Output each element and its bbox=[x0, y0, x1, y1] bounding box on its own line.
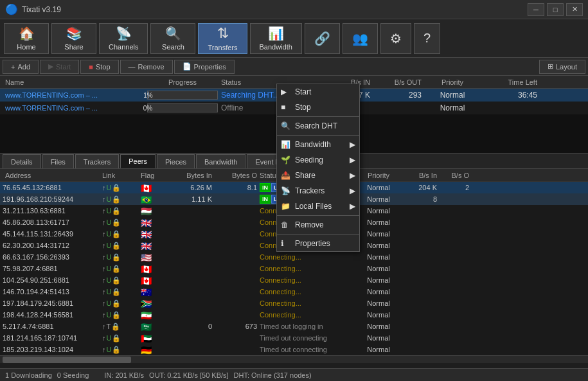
peer-bytesout: 673 bbox=[215, 323, 260, 330]
col-timeleft-header[interactable]: Time Left bbox=[478, 78, 542, 86]
peer-status: Timed out connecting bbox=[260, 334, 356, 342]
add-icon: + bbox=[11, 63, 15, 71]
peer-bytesout: 8.1 bbox=[215, 184, 260, 191]
bandwidth-label: Bandwidth bbox=[260, 43, 292, 51]
peer-col-bytesin[interactable]: Bytes In bbox=[170, 172, 215, 179]
ctx-seeding-label: Seeding bbox=[295, 155, 323, 164]
stop-icon: ■ bbox=[89, 63, 93, 71]
peer-row[interactable]: 5.217.4.74:6881 ↑T🔒 🇸🇦 0 673 Timed out l… bbox=[0, 321, 588, 332]
peer-priority: Normal bbox=[356, 184, 401, 191]
ctx-share-icon: 📤 bbox=[281, 171, 290, 180]
context-menu: ▶ Start ■ Stop 🔍 Search DHT 📊 Bandwidth … bbox=[276, 84, 360, 252]
hscroll-thumb[interactable] bbox=[3, 357, 131, 363]
peer-col-bsin[interactable]: B/s In bbox=[401, 172, 440, 179]
col-bsout-header[interactable]: B/s OUT bbox=[375, 78, 427, 86]
transfer-timeleft: 36:45 bbox=[478, 91, 542, 100]
properties-button[interactable]: 📄 Properties bbox=[174, 60, 235, 74]
actionbar: + Add ▶ Start ■ Stop — Remove 📄 Properti… bbox=[0, 58, 588, 76]
ctx-seeding[interactable]: 🌱 Seeding ▶ bbox=[277, 152, 359, 168]
layout-button[interactable]: ⊞ Layout bbox=[539, 60, 585, 74]
peer-row[interactable]: 66.63.167.156:26393 ↑U🔒 🇺🇸 Connecting...… bbox=[0, 251, 588, 263]
start-button[interactable]: ▶ Start bbox=[40, 60, 79, 74]
col-priority-header[interactable]: Priority bbox=[427, 78, 478, 86]
ctx-bandwidth[interactable]: 📊 Bandwidth ▶ bbox=[277, 137, 359, 152]
peer-status: Timed out logging in bbox=[260, 323, 356, 330]
peer-bytesin: 0 bbox=[170, 323, 215, 330]
peer-row[interactable]: 197.184.179.245:6881 ↑U🔒 🇿🇦 Connecting..… bbox=[0, 297, 588, 309]
peer-col-bytesout[interactable]: Bytes O bbox=[215, 172, 260, 179]
peer-status: Connecting... bbox=[260, 311, 356, 319]
tab-peers[interactable]: Peers bbox=[120, 154, 156, 168]
col-name-header[interactable]: Name bbox=[3, 78, 144, 86]
horizontal-scrollbar[interactable] bbox=[0, 355, 588, 363]
ctx-sep2 bbox=[277, 135, 359, 136]
ctx-properties-icon: ℹ bbox=[281, 239, 284, 248]
add-button[interactable]: + Add bbox=[3, 60, 39, 74]
statusbar: 1 Downloading 0 Seeding IN: 201 KB/s OUT… bbox=[0, 368, 588, 381]
ctx-remove[interactable]: 🗑 Remove bbox=[277, 217, 359, 233]
ctx-share-arrow: ▶ bbox=[350, 171, 355, 180]
peer-address: 146.70.194.24:51413 bbox=[3, 288, 102, 296]
properties-icon: 📄 bbox=[183, 62, 192, 71]
users-button[interactable]: 👥 bbox=[343, 23, 378, 54]
stop-label: Stop bbox=[96, 63, 111, 71]
col-progress-header[interactable]: Progress bbox=[144, 78, 221, 86]
home-button[interactable]: 🏠 Home bbox=[4, 23, 49, 54]
close-button[interactable]: ✕ bbox=[566, 3, 583, 16]
help-button[interactable]: ? bbox=[414, 23, 440, 54]
tab-bandwidth[interactable]: Bandwidth bbox=[196, 154, 245, 168]
ctx-bandwidth-arrow: ▶ bbox=[350, 140, 355, 149]
ctx-search-dht[interactable]: 🔍 Search DHT bbox=[277, 118, 359, 134]
tab-pieces[interactable]: Pieces bbox=[157, 154, 195, 168]
home-icon: 🏠 bbox=[19, 26, 35, 41]
search-button[interactable]: 🔍 Search bbox=[150, 23, 195, 54]
peer-col-link[interactable]: Link bbox=[102, 172, 141, 179]
tab-trackers[interactable]: Trackers bbox=[75, 154, 119, 168]
peer-bsin: 8 bbox=[401, 195, 440, 203]
network-button[interactable]: 🔗 bbox=[305, 23, 340, 54]
ctx-stop[interactable]: ■ Stop bbox=[277, 100, 359, 115]
peer-address: 75.98.207.4:6881 bbox=[3, 265, 102, 272]
minimize-button[interactable]: ─ bbox=[528, 3, 544, 16]
ctx-trackers[interactable]: 📡 Trackers ▶ bbox=[277, 183, 359, 199]
channels-button[interactable]: 📡 Channels bbox=[99, 23, 148, 54]
peer-row[interactable]: 185.203.219.143:1024 ↑U🔒 🇩🇪 Timed out co… bbox=[0, 344, 588, 355]
peer-address: 45.86.208.113:61717 bbox=[3, 218, 102, 226]
peer-col-address[interactable]: Address bbox=[3, 172, 102, 179]
progress-text: 0% bbox=[112, 105, 183, 112]
peer-col-priority[interactable]: Priority bbox=[356, 172, 401, 179]
bandwidth-button[interactable]: 📊 Bandwidth bbox=[250, 23, 302, 54]
peer-priority: Normal bbox=[356, 334, 401, 342]
peer-row[interactable]: 181.214.165.187:10741 ↑U🔒 🇦🇪 Timed out c… bbox=[0, 332, 588, 344]
peer-bytesin: 6.26 M bbox=[170, 184, 215, 191]
peer-row[interactable]: 75.98.207.4:6881 ↑U🔒 🇨🇦 Connecting... No… bbox=[0, 263, 588, 274]
add-label: Add bbox=[17, 63, 30, 71]
progress-text: 1% bbox=[113, 92, 184, 99]
bandwidth-icon: 📊 bbox=[268, 26, 284, 41]
peer-col-flag[interactable]: Flag bbox=[141, 172, 170, 179]
ctx-share[interactable]: 📤 Share ▶ bbox=[277, 168, 359, 183]
peer-row[interactable]: 104.254.90.251:6881 ↑U🔒 🇨🇦 Connecting...… bbox=[0, 274, 588, 286]
peer-flag: 🇨🇦 bbox=[141, 183, 170, 192]
peer-link: ↑U🔒 bbox=[102, 346, 141, 354]
share-button[interactable]: 📚 Share bbox=[51, 23, 96, 54]
ctx-properties[interactable]: ℹ Properties bbox=[277, 236, 359, 251]
ctx-local-files[interactable]: 📁 Local Files ▶ bbox=[277, 199, 359, 214]
tab-files[interactable]: Files bbox=[42, 154, 74, 168]
settings-button[interactable]: ⚙ bbox=[380, 23, 411, 54]
remove-button[interactable]: — Remove bbox=[120, 60, 173, 74]
ctx-seeding-arrow: ▶ bbox=[350, 155, 355, 164]
stop-button[interactable]: ■ Stop bbox=[80, 60, 118, 74]
peer-row[interactable]: 146.70.194.24:51413 ↑U🔒 🇦🇺 Connecting...… bbox=[0, 286, 588, 297]
peer-col-bsout[interactable]: B/s O bbox=[440, 172, 472, 179]
peer-link: ↑U🔒 bbox=[102, 242, 141, 250]
peer-row[interactable]: 198.44.128.244:56581 ↑U🔒 🇮🇷 Connecting..… bbox=[0, 309, 588, 321]
maximize-button[interactable]: □ bbox=[547, 3, 564, 16]
ctx-start[interactable]: ▶ Start bbox=[277, 84, 359, 100]
transfers-button[interactable]: ⇅ Transfers bbox=[198, 23, 247, 54]
transfers-label: Transfers bbox=[208, 44, 237, 51]
transfers-icon: ⇅ bbox=[217, 25, 229, 42]
tab-details[interactable]: Details bbox=[3, 154, 41, 168]
ctx-seeding-icon: 🌱 bbox=[281, 155, 290, 164]
ctx-trackers-arrow: ▶ bbox=[350, 186, 355, 195]
